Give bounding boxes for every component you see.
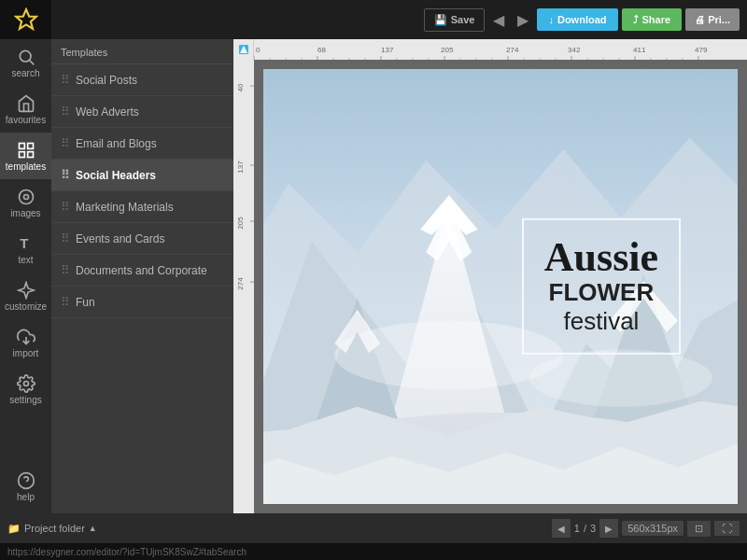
template-item-social-headers[interactable]: ⠿ Social Headers xyxy=(51,160,233,191)
svg-rect-3 xyxy=(19,143,24,148)
svg-point-7 xyxy=(19,189,33,203)
template-item-documents[interactable]: ⠿ Documents and Corporate xyxy=(51,255,233,287)
fullscreen-button[interactable]: ⛶ xyxy=(714,521,740,536)
svg-rect-6 xyxy=(27,151,33,157)
svg-text:0: 0 xyxy=(256,46,261,54)
svg-point-8 xyxy=(23,194,28,199)
download-button[interactable]: ↓ ↓ Download Download xyxy=(537,8,617,31)
url-bar: https://desygner.com/editor/?id=TUjmSK8S… xyxy=(0,543,747,560)
page-total: 3 xyxy=(590,523,596,534)
share-icon: ⤴ xyxy=(633,14,639,25)
svg-text:274: 274 xyxy=(236,277,245,290)
page-current: 1 xyxy=(574,523,580,534)
main-content: search favourites templates images T tex… xyxy=(0,39,747,513)
svg-text:68: 68 xyxy=(317,46,326,54)
drag-icon: ⠿ xyxy=(61,168,70,182)
folder-button[interactable]: 📁 Project folder ▲ xyxy=(7,523,97,535)
svg-text:137: 137 xyxy=(381,46,394,54)
chevron-up-icon: ▲ xyxy=(89,524,97,533)
svg-point-11 xyxy=(23,381,28,385)
drag-icon: ⠿ xyxy=(61,231,70,245)
canvas-area: 0 68 137 205 274 342 411 479 xyxy=(233,39,747,513)
template-item-fun[interactable]: ⠿ Fun xyxy=(51,287,233,318)
overlay-title: Aussie xyxy=(544,237,658,278)
drag-icon: ⠿ xyxy=(61,263,70,277)
template-item-social-posts[interactable]: ⠿ Social Posts xyxy=(51,64,233,96)
bottom-left: 📁 Project folder ▲ xyxy=(7,523,97,535)
svg-text:205: 205 xyxy=(236,217,245,230)
canvas-with-ruler: 40 137 205 274 xyxy=(233,60,747,513)
save-button[interactable]: 💾 Save xyxy=(424,8,486,32)
template-item-web-adverts[interactable]: ⠿ Web Adverts xyxy=(51,96,233,128)
folder-icon: 📁 xyxy=(7,523,21,535)
sidebar-item-images[interactable]: images xyxy=(0,179,51,226)
sidebar-item-templates[interactable]: templates xyxy=(0,133,51,179)
left-ruler-svg: 40 137 205 274 xyxy=(233,60,254,513)
left-ruler: 40 137 205 274 xyxy=(233,60,254,513)
overlay-sub2: festival xyxy=(544,307,658,336)
panel-header: Templates xyxy=(51,39,233,64)
drag-icon: ⠿ xyxy=(61,136,70,150)
page-separator: / xyxy=(584,523,586,534)
svg-point-75 xyxy=(529,349,712,406)
drag-icon: ⠿ xyxy=(61,295,70,309)
template-item-events[interactable]: ⠿ Events and Cards xyxy=(51,223,233,255)
sidebar-item-help[interactable]: help xyxy=(0,463,51,510)
top-bar: 💾 Save ◀ ▶ ↓ ↓ Download Download ⤴ Share… xyxy=(0,0,747,39)
share-button[interactable]: ⤴ Share xyxy=(622,8,683,31)
svg-marker-14 xyxy=(240,46,247,53)
sidebar-item-text[interactable]: T text xyxy=(0,226,51,273)
text-overlay-box[interactable]: Aussie FLOWER festival xyxy=(522,218,681,355)
top-ruler-svg: 0 68 137 205 274 342 411 479 xyxy=(254,39,747,60)
canvas-size-display: 560x315px xyxy=(622,521,684,536)
svg-rect-15 xyxy=(254,39,747,60)
sidebar-item-favourites[interactable]: favourites xyxy=(0,86,51,133)
svg-text:342: 342 xyxy=(568,46,581,54)
templates-panel: Templates ⠿ Social Posts ⠿ Web Adverts ⠿… xyxy=(51,39,233,513)
drag-icon: ⠿ xyxy=(61,105,70,119)
template-item-marketing[interactable]: ⠿ Marketing Materials xyxy=(51,191,233,223)
drag-icon: ⠿ xyxy=(61,73,70,87)
svg-text:411: 411 xyxy=(633,46,646,54)
canvas-image[interactable]: Aussie FLOWER festival xyxy=(263,69,738,504)
page-prev-button[interactable]: ◀ xyxy=(552,519,571,538)
canvas-viewport[interactable]: Aussie FLOWER festival xyxy=(254,60,747,513)
app-logo[interactable] xyxy=(0,0,51,39)
svg-rect-4 xyxy=(27,143,33,148)
back-button[interactable]: ◀ xyxy=(488,9,509,31)
svg-text:T: T xyxy=(20,235,28,251)
download-icon: ↓ xyxy=(548,14,554,25)
svg-text:274: 274 xyxy=(506,46,519,54)
svg-text:479: 479 xyxy=(695,46,708,54)
svg-line-2 xyxy=(29,60,34,64)
drag-icon: ⠿ xyxy=(61,200,70,214)
sidebar-item-search[interactable]: search xyxy=(0,39,51,86)
svg-rect-5 xyxy=(19,151,24,157)
bottom-right: ◀ 1 / 3 ▶ 560x315px ⊡ ⛶ xyxy=(552,519,740,538)
forward-button[interactable]: ▶ xyxy=(513,9,533,31)
sidebar-item-settings[interactable]: settings xyxy=(0,366,51,413)
svg-text:40: 40 xyxy=(236,83,245,91)
fit-button[interactable]: ⊡ xyxy=(687,521,711,537)
svg-marker-0 xyxy=(16,9,36,29)
top-ruler: 0 68 137 205 274 342 411 479 xyxy=(233,39,747,60)
sidebar-item-customize[interactable]: customize xyxy=(0,273,51,319)
bottom-bar: 📁 Project folder ▲ ◀ 1 / 3 ▶ 560x315px ⊡… xyxy=(0,513,747,543)
url-text: https://desygner.com/editor/?id=TUjmSK8S… xyxy=(7,547,247,557)
svg-text:137: 137 xyxy=(236,161,245,174)
page-next-button[interactable]: ▶ xyxy=(599,519,618,538)
print-button[interactable]: 🖨 Pri... xyxy=(685,8,740,31)
svg-point-1 xyxy=(20,50,31,62)
sidebar-item-import[interactable]: import xyxy=(0,319,51,366)
template-item-email-blogs[interactable]: ⠿ Email and Blogs xyxy=(51,128,233,160)
svg-text:205: 205 xyxy=(441,46,454,54)
left-sidebar: search favourites templates images T tex… xyxy=(0,39,51,513)
overlay-subtitle: FLOWER xyxy=(544,278,658,307)
